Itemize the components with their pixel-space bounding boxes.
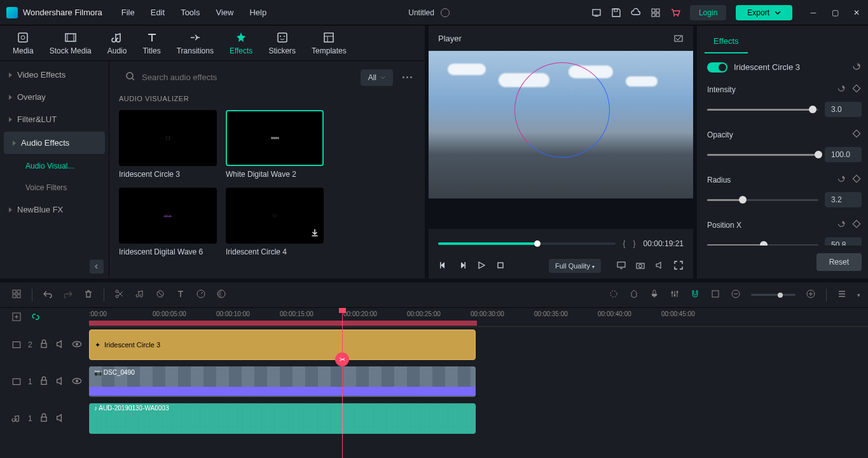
- keyframe-icon[interactable]: [851, 219, 862, 231]
- device-icon[interactable]: [591, 8, 602, 18]
- keyframe-icon[interactable]: [851, 83, 862, 95]
- prop-value[interactable]: 50.8: [825, 237, 862, 246]
- prop-slider[interactable]: [707, 154, 818, 156]
- split-scissors-icon[interactable]: ✂: [335, 352, 349, 366]
- download-icon[interactable]: [310, 228, 320, 240]
- maximize-icon[interactable]: ▢: [830, 8, 840, 18]
- prop-slider[interactable]: [707, 244, 818, 246]
- export-button[interactable]: Export: [736, 5, 792, 20]
- menu-edit[interactable]: Edit: [151, 8, 165, 17]
- props-tab-effects[interactable]: Effects: [705, 30, 748, 53]
- prop-value[interactable]: 3.0: [825, 102, 862, 117]
- delete-icon[interactable]: [83, 289, 93, 301]
- tab-effects[interactable]: Effects: [230, 31, 252, 55]
- next-frame-button[interactable]: [457, 260, 467, 272]
- prev-frame-button[interactable]: [438, 260, 448, 272]
- mark-in-icon[interactable]: {: [623, 239, 626, 248]
- reset-param-icon[interactable]: [836, 219, 846, 231]
- zoom-slider[interactable]: [751, 294, 796, 296]
- close-icon[interactable]: ✕: [851, 8, 862, 18]
- tl-marker-icon[interactable]: [629, 289, 639, 301]
- preview-canvas[interactable]: [429, 51, 693, 229]
- scrub-bar[interactable]: [438, 242, 616, 245]
- effect-enable-toggle[interactable]: [707, 62, 727, 73]
- display-icon[interactable]: [616, 260, 626, 272]
- tl-list-icon[interactable]: [837, 289, 847, 301]
- tab-transitions[interactable]: Transitions: [177, 31, 214, 55]
- menu-view[interactable]: View: [216, 8, 233, 17]
- sidebar-item[interactable]: Video Effects: [0, 64, 109, 86]
- apps-icon[interactable]: [651, 8, 661, 18]
- menu-tools[interactable]: Tools: [181, 8, 200, 17]
- tab-media[interactable]: Media: [13, 31, 34, 55]
- track-mute-icon[interactable]: [55, 339, 65, 351]
- mask-icon[interactable]: [155, 289, 165, 301]
- reset-button[interactable]: Reset: [816, 253, 862, 271]
- clip-video[interactable]: 📷 DSC_0490: [89, 366, 476, 397]
- tl-mixer-icon[interactable]: [670, 289, 680, 301]
- cart-icon[interactable]: [670, 8, 680, 18]
- track-visible-icon[interactable]: [72, 339, 82, 351]
- track-mute-icon[interactable]: [55, 413, 65, 425]
- reset-param-icon[interactable]: [836, 83, 846, 95]
- save-icon[interactable]: [611, 8, 621, 18]
- snapshot-icon[interactable]: [673, 33, 684, 43]
- track-mute-icon[interactable]: [55, 376, 65, 388]
- effect-thumb[interactable]: Iridescent Circle 4: [226, 188, 324, 256]
- tab-audio[interactable]: Audio: [107, 31, 127, 55]
- cloud-icon[interactable]: [631, 8, 641, 18]
- effect-thumb[interactable]: Iridescent Circle 3: [119, 110, 217, 179]
- prop-slider[interactable]: [707, 109, 818, 111]
- tl-options-icon[interactable]: ▾: [857, 292, 860, 298]
- color-icon[interactable]: [216, 289, 226, 301]
- sidebar-item[interactable]: Filter&LUT: [0, 108, 109, 130]
- menu-help[interactable]: Help: [249, 8, 266, 17]
- effect-thumb[interactable]: White Digital Wave 2: [226, 110, 324, 179]
- tl-add-track-icon[interactable]: [11, 312, 22, 324]
- redo-icon[interactable]: [63, 289, 73, 301]
- tl-crop-icon[interactable]: [710, 289, 720, 301]
- tab-templates[interactable]: Templates: [312, 31, 347, 55]
- track-lock-icon[interactable]: [39, 376, 49, 388]
- zoom-out-icon[interactable]: [731, 289, 741, 301]
- minimize-icon[interactable]: ─: [808, 8, 818, 18]
- keyframe-icon[interactable]: [851, 174, 862, 186]
- reset-param-icon[interactable]: [836, 174, 846, 186]
- audio-tool-icon[interactable]: [135, 289, 145, 301]
- prop-value[interactable]: 3.2: [825, 192, 862, 207]
- filter-dropdown[interactable]: All: [361, 69, 393, 86]
- track-lock-icon[interactable]: [39, 339, 49, 351]
- tab-stickers[interactable]: Stickers: [268, 31, 296, 55]
- effect-thumb[interactable]: Iridescent Digital Wave 6: [119, 188, 217, 256]
- collapse-sidebar-button[interactable]: [90, 260, 104, 274]
- tl-mic-icon[interactable]: [649, 289, 659, 301]
- track-lock-icon[interactable]: [39, 413, 49, 425]
- tl-link-icon[interactable]: [31, 312, 41, 324]
- split-icon[interactable]: [114, 289, 125, 301]
- undo-icon[interactable]: [43, 289, 53, 301]
- prop-slider[interactable]: [707, 199, 818, 201]
- sidebar-sub-item[interactable]: Audio Visual...: [0, 155, 109, 177]
- sidebar-item[interactable]: Audio Effects: [4, 132, 105, 154]
- tl-magnet-icon[interactable]: [690, 289, 700, 301]
- tab-titles[interactable]: Titles: [142, 31, 160, 55]
- mark-out-icon[interactable]: }: [633, 239, 636, 248]
- sidebar-sub-item[interactable]: Voice Filters: [0, 177, 109, 198]
- stop-button[interactable]: [495, 260, 506, 272]
- camera-icon[interactable]: [635, 260, 645, 272]
- search-input[interactable]: [142, 73, 348, 82]
- play-button[interactable]: [476, 260, 486, 272]
- keyframe-icon[interactable]: [851, 128, 862, 141]
- reset-all-icon[interactable]: [851, 61, 862, 73]
- sidebar-item[interactable]: NewBlue FX: [0, 198, 109, 221]
- clip-audio[interactable]: ♪ AUD-20190130-WA0003: [89, 403, 476, 434]
- tab-stock[interactable]: Stock Media: [50, 31, 92, 55]
- fullscreen-icon[interactable]: [673, 260, 684, 272]
- clip-effect[interactable]: ✦Iridescent Circle 3: [89, 330, 476, 360]
- sidebar-item[interactable]: Overlay: [0, 86, 109, 108]
- zoom-in-icon[interactable]: [806, 289, 816, 301]
- tl-layout-icon[interactable]: [11, 289, 22, 301]
- track-visible-icon[interactable]: [72, 376, 82, 388]
- speed-icon[interactable]: [196, 289, 206, 301]
- text-tool-icon[interactable]: [176, 289, 186, 301]
